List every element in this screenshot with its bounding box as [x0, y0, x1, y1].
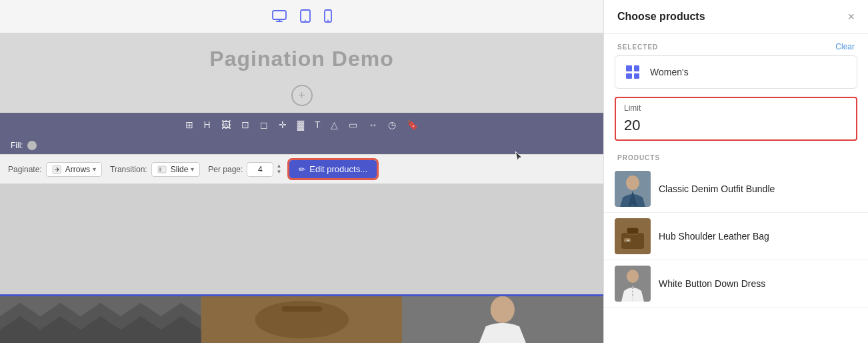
- pencil-icon: ✏: [299, 165, 305, 174]
- floating-toolbar: ⊞ H 🖼 ⊡ ◻ ✛ ▓ T △ ▭ ↔ ◷ 🔖: [0, 113, 603, 137]
- arrows-icon: [52, 165, 61, 174]
- add-section-area: +: [0, 78, 603, 113]
- grid-dot-1: [626, 65, 632, 71]
- products-section: PRODUCTS Classic Denim Outfit Bundle: [604, 149, 868, 343]
- selected-label-text: SELECTED: [617, 43, 658, 51]
- product-row[interactable]: White Button Down Dress: [604, 260, 868, 308]
- svg-point-25: [632, 291, 633, 292]
- product-image-1: [0, 296, 201, 343]
- arrows-value: Arrows: [65, 165, 90, 174]
- close-button[interactable]: ×: [847, 11, 855, 23]
- paginate-group: Paginate: Arrows ▾: [8, 162, 102, 177]
- svg-point-24: [632, 288, 633, 289]
- svg-rect-11: [281, 306, 321, 312]
- per-page-value[interactable]: 4: [247, 162, 273, 177]
- highlight-tool-icon[interactable]: ▓: [295, 118, 307, 131]
- per-page-label: Per page:: [208, 165, 243, 174]
- clear-button[interactable]: Clear: [835, 42, 855, 51]
- grid-tool-icon[interactable]: ⊞: [183, 118, 196, 131]
- fill-color-dot[interactable]: [27, 141, 37, 150]
- stepper-up-icon[interactable]: ▲: [276, 163, 281, 169]
- svg-rect-0: [273, 11, 286, 19]
- panel-title: Choose products: [617, 11, 705, 23]
- image-tool-icon[interactable]: 🖼: [219, 118, 233, 131]
- mouse-cursor-icon: [514, 150, 523, 162]
- selected-item-name: Women's: [650, 67, 689, 77]
- svg-rect-6: [158, 166, 166, 173]
- product-thumbnail-2: [615, 218, 651, 254]
- product-images-strip: [0, 296, 603, 343]
- product-name-3: White Button Down Dress: [659, 278, 765, 289]
- svg-point-15: [626, 176, 639, 190]
- limit-label: Limit: [624, 103, 848, 113]
- product-image-3: [402, 296, 603, 343]
- arrows-chevron: ▾: [93, 165, 96, 173]
- desktop-icon[interactable]: [272, 10, 287, 25]
- svg-point-2: [305, 20, 306, 21]
- svg-rect-7: [159, 167, 161, 172]
- grid-dot-2: [634, 65, 640, 71]
- slide-chevron: ▾: [191, 165, 194, 173]
- right-panel: Choose products × SELECTED Clear Women's…: [603, 0, 868, 343]
- product-name-1: Classic Denim Outfit Bundle: [659, 184, 775, 194]
- stepper-down-icon[interactable]: ▼: [276, 169, 281, 175]
- per-page-input-group: 4 ▲ ▼: [247, 162, 281, 177]
- tablet-icon[interactable]: [300, 9, 311, 26]
- product-image-2: [201, 296, 403, 343]
- transition-label: Transition:: [110, 165, 147, 174]
- slide-select[interactable]: Slide ▾: [151, 162, 201, 177]
- svg-rect-20: [627, 240, 629, 241]
- arrows-tool-icon[interactable]: ↔: [365, 118, 380, 131]
- edit-products-button[interactable]: ✏ Edit products...: [289, 160, 377, 178]
- grid-dot-4: [634, 73, 640, 79]
- clock-tool-icon[interactable]: ◷: [385, 118, 399, 131]
- svg-point-26: [632, 294, 633, 296]
- triangle-tool-icon[interactable]: △: [328, 118, 341, 131]
- slide-icon: [157, 165, 167, 174]
- grid-dot-3: [626, 73, 632, 79]
- crop-tool-icon[interactable]: ⊡: [239, 118, 252, 131]
- editor-area: Pagination Demo + ⊞ H 🖼 ⊡ ◻ ✛ ▓ T △ ▭ ↔ …: [0, 0, 603, 343]
- arrows-select[interactable]: Arrows ▾: [46, 162, 102, 177]
- mobile-icon[interactable]: [324, 9, 332, 26]
- product-row[interactable]: Classic Denim Outfit Bundle: [604, 165, 868, 213]
- product-thumbnail-3: [615, 266, 651, 302]
- selected-section-label: SELECTED Clear: [604, 34, 868, 55]
- shape-tool-icon[interactable]: ◻: [257, 118, 271, 131]
- svg-point-13: [491, 296, 515, 323]
- page-title-area: Pagination Demo: [0, 33, 603, 78]
- svg-point-22: [627, 270, 639, 283]
- heading-tool-icon[interactable]: H: [201, 118, 213, 131]
- paginate-label: Paginate:: [8, 165, 42, 174]
- svg-rect-18: [627, 228, 639, 234]
- box-tool-icon[interactable]: ▭: [346, 118, 360, 131]
- limit-box: Limit: [615, 97, 857, 141]
- products-section-label: PRODUCTS: [604, 149, 868, 165]
- per-page-stepper[interactable]: ▲ ▼: [276, 163, 281, 175]
- text-tool-icon[interactable]: T: [312, 118, 323, 131]
- slide-value: Slide: [171, 165, 189, 174]
- svg-point-4: [327, 20, 329, 21]
- panel-header: Choose products ×: [604, 0, 868, 34]
- fill-area: Fill:: [0, 137, 603, 154]
- selected-item: Women's: [615, 55, 857, 89]
- limit-input[interactable]: [624, 117, 848, 134]
- device-bar: [0, 0, 603, 33]
- limit-section: Limit: [615, 97, 857, 141]
- move-tool-icon[interactable]: ✛: [276, 118, 289, 131]
- product-name-2: Hub Shoulder Leather Bag: [659, 231, 769, 242]
- page-title: Pagination Demo: [0, 47, 603, 71]
- product-row[interactable]: Hub Shoulder Leather Bag: [604, 213, 868, 260]
- add-section-button[interactable]: +: [291, 85, 313, 106]
- bottom-toolbar: Paginate: Arrows ▾ Transition: Slide ▾: [0, 154, 603, 184]
- transition-group: Transition: Slide ▾: [110, 162, 200, 177]
- fill-label: Fill:: [11, 141, 23, 150]
- product-thumbnail-1: [615, 171, 651, 207]
- per-page-group: Per page: 4 ▲ ▼: [208, 162, 281, 177]
- cursor-indicator: [514, 150, 523, 165]
- edit-products-label: Edit products...: [309, 164, 367, 174]
- bookmark-tool-icon[interactable]: 🔖: [404, 118, 421, 131]
- grid-icon: [623, 63, 642, 81]
